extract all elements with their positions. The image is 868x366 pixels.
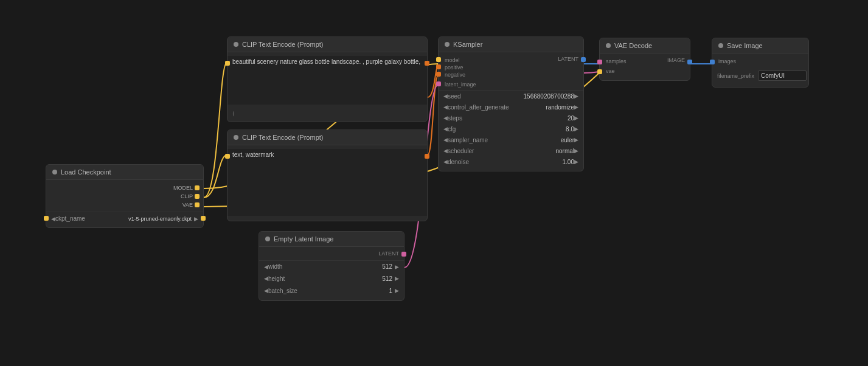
node-save-image-dot xyxy=(718,43,723,48)
clip-top-textarea[interactable]: beautiful scenery nature glass bottle la… xyxy=(227,56,427,105)
node-clip-bottom-dot xyxy=(234,135,238,140)
height-arrow-right[interactable]: ▶ xyxy=(395,275,399,281)
node-ksampler: KSampler model LATENT positive negative … xyxy=(438,36,584,171)
node-canvas[interactable]: Load Checkpoint MODEL CLIP VAE xyxy=(0,0,868,366)
seed-value: 156680208700288 xyxy=(524,93,574,100)
control-arrow-left[interactable]: ◀ xyxy=(443,104,448,110)
vae-output-label: VAE xyxy=(182,202,193,208)
node-load-checkpoint-header: Load Checkpoint xyxy=(46,165,203,180)
height-value: 512 xyxy=(382,275,392,282)
control-after-row: ◀ control_after_generate randomize ▶ xyxy=(439,102,583,112)
cfg-row: ◀ cfg 8.0 ▶ xyxy=(439,123,583,134)
latent-out-label: LATENT xyxy=(558,56,578,62)
width-arrow-left[interactable]: ◀ xyxy=(264,264,268,270)
node-load-checkpoint: Load Checkpoint MODEL CLIP VAE xyxy=(46,164,204,228)
denoise-row: ◀ denoise 1.00 ▶ xyxy=(439,156,583,167)
width-arrow-right[interactable]: ▶ xyxy=(395,264,399,270)
filename-prefix-row: filename_prefix xyxy=(712,68,808,83)
scheduler-label: scheduler xyxy=(448,148,555,154)
sampler-arrow-left[interactable]: ◀ xyxy=(443,137,448,143)
clip-top-expand: ⟨ xyxy=(232,111,235,117)
sampler-name-value: euler xyxy=(561,137,574,143)
ckpt-name-row: ◀ ckpt_name v1-5-pruned-emaonly.ckpt ▶ xyxy=(46,212,203,224)
latent-in-label: latent_image xyxy=(445,81,476,88)
images-label: images xyxy=(718,58,736,64)
sampler-name-label: sampler_name xyxy=(448,137,561,143)
denoise-label: denoise xyxy=(448,159,563,165)
batch-arrow-right[interactable]: ▶ xyxy=(395,288,399,294)
batch-size-label: batch_size xyxy=(268,288,386,294)
ckpt-arrow-right[interactable]: ▶ xyxy=(194,216,198,222)
image-out-label: IMAGE xyxy=(667,57,685,63)
model-output-label: MODEL xyxy=(173,185,193,191)
latent-output-label: LATENT xyxy=(378,250,399,257)
steps-value: 20 xyxy=(568,115,574,122)
ckpt-name-port-right xyxy=(201,216,206,221)
node-save-image-header: Save Image xyxy=(712,38,808,54)
node-latent-body: LATENT ◀ width 512 ▶ ◀ height 512 ▶ ◀ ba… xyxy=(259,247,404,300)
width-row: ◀ width 512 ▶ xyxy=(259,260,404,272)
cfg-arrow-left[interactable]: ◀ xyxy=(443,126,448,132)
scheduler-value: normal xyxy=(555,148,574,154)
steps-arrow-left[interactable]: ◀ xyxy=(443,115,448,121)
sampler-arrow-right[interactable]: ▶ xyxy=(574,137,578,143)
ckpt-name-label: ckpt_name xyxy=(55,215,126,222)
node-ksampler-dot xyxy=(445,42,450,47)
node-vae-decode-title: VAE Decode xyxy=(614,42,652,49)
node-clip-bottom-title: CLIP Text Encode (Prompt) xyxy=(242,134,324,141)
steps-row: ◀ steps 20 ▶ xyxy=(439,112,583,123)
sampler-name-row: ◀ sampler_name euler ▶ xyxy=(439,134,583,145)
batch-arrow-left[interactable]: ◀ xyxy=(264,288,268,294)
scheduler-arrow-left[interactable]: ◀ xyxy=(443,148,448,154)
model-in-label: model xyxy=(445,57,460,63)
node-clip-bottom: CLIP Text Encode (Prompt) text, watermar… xyxy=(227,129,428,221)
control-after-label: control_after_generate xyxy=(448,104,546,111)
batch-size-value: 1 xyxy=(389,288,392,294)
steps-arrow-right[interactable]: ▶ xyxy=(574,115,578,121)
height-label: height xyxy=(268,275,380,282)
ckpt-name-value: v1-5-pruned-emaonly.ckpt xyxy=(128,216,192,222)
scheduler-arrow-right[interactable]: ▶ xyxy=(574,148,578,154)
seed-row: ◀ seed 156680208700288 ▶ xyxy=(439,91,583,102)
node-clip-bottom-body: text, watermark xyxy=(227,145,427,221)
node-latent-dot xyxy=(265,237,270,241)
seed-arrow-left[interactable]: ◀ xyxy=(443,93,448,99)
node-ksampler-header: KSampler xyxy=(439,37,583,52)
negative-in-label: negative xyxy=(445,72,465,78)
control-arrow-right[interactable]: ▶ xyxy=(574,104,578,110)
node-vae-decode-body: samples IMAGE vae xyxy=(600,54,690,80)
node-save-image: Save Image images filename_prefix xyxy=(712,38,809,88)
scheduler-row: ◀ scheduler normal ▶ xyxy=(439,145,583,156)
denoise-value: 1.00 xyxy=(563,159,574,165)
height-row: ◀ height 512 ▶ xyxy=(259,272,404,285)
denoise-arrow-right[interactable]: ▶ xyxy=(574,159,578,165)
samples-label: samples xyxy=(606,58,627,64)
cfg-arrow-right[interactable]: ▶ xyxy=(574,126,578,132)
node-ksampler-title: KSampler xyxy=(453,41,482,48)
node-save-image-body: images filename_prefix xyxy=(712,54,808,87)
ckpt-arrow-left[interactable]: ◀ xyxy=(51,216,55,222)
node-vae-decode-dot xyxy=(606,43,611,48)
node-vae-decode: VAE Decode samples IMAGE vae xyxy=(599,38,690,81)
node-latent-header: Empty Latent Image xyxy=(259,232,404,247)
height-arrow-left[interactable]: ◀ xyxy=(264,275,268,281)
filename-prefix-input[interactable] xyxy=(758,71,807,81)
clip-bottom-textarea[interactable]: text, watermark xyxy=(227,149,427,216)
node-clip-top: CLIP Text Encode (Prompt) beautiful scen… xyxy=(227,36,428,122)
control-after-value: randomize xyxy=(546,104,574,111)
seed-label: seed xyxy=(448,93,524,100)
seed-arrow-right[interactable]: ▶ xyxy=(574,93,578,99)
filename-prefix-label: filename_prefix xyxy=(717,73,754,79)
vae-label: vae xyxy=(606,68,615,74)
node-clip-bottom-header: CLIP Text Encode (Prompt) xyxy=(227,130,427,145)
node-status-dot xyxy=(52,170,57,174)
node-vae-decode-header: VAE Decode xyxy=(600,38,690,54)
batch-size-row: ◀ batch_size 1 ▶ xyxy=(259,285,404,297)
denoise-arrow-left[interactable]: ◀ xyxy=(443,159,448,165)
node-clip-top-title: CLIP Text Encode (Prompt) xyxy=(242,41,324,48)
node-load-checkpoint-body: MODEL CLIP VAE ◀ ckpt_name xyxy=(46,180,203,227)
node-latent-title: Empty Latent Image xyxy=(274,235,333,243)
node-load-checkpoint-title: Load Checkpoint xyxy=(61,168,111,176)
node-clip-top-dot xyxy=(234,42,238,47)
node-clip-top-body: beautiful scenery nature glass bottle la… xyxy=(227,52,427,122)
